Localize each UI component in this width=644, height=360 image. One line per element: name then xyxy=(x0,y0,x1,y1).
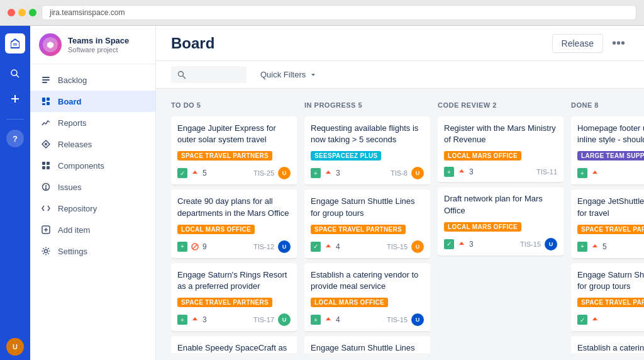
card-avatar: U xyxy=(411,240,424,253)
app: ? U Teams in Space Software project xyxy=(0,26,644,360)
column-todo: TO DO 5Engage Jupiter Express for outer … xyxy=(171,99,297,353)
meta-count: 4 xyxy=(336,315,340,324)
table-row[interactable]: Homepage footer uses an inline style - s… xyxy=(571,116,644,184)
table-row[interactable]: Engage Saturn Shuttle Lines for group to… xyxy=(571,263,644,331)
card-footer: +3TIS-17U xyxy=(177,313,291,326)
table-row[interactable]: Engage JetShuttle SpaceWays for travelSP… xyxy=(571,189,644,257)
card-tag: LOCAL MARS OFFICE xyxy=(444,222,521,232)
column-header-inprogress: IN PROGRESS 5 xyxy=(304,99,430,111)
browser-dots xyxy=(8,9,36,16)
release-button[interactable]: Release xyxy=(552,34,603,53)
card-title: Engage Saturn Shuttle Lines for group to… xyxy=(311,342,424,353)
table-row[interactable]: Engage Saturn Shuttle Lines for group to… xyxy=(304,189,430,257)
meta-count: 3 xyxy=(469,240,474,249)
project-icon xyxy=(39,33,62,56)
column-header-codereview: CODE REVIEW 2 xyxy=(438,99,564,111)
more-options-button[interactable]: ••• xyxy=(608,33,629,53)
card-tag: LOCAL MARS OFFICE xyxy=(444,151,521,160)
priority-up-icon xyxy=(457,239,467,249)
card-footer: +3TIS-11 xyxy=(444,167,557,177)
search-nav-icon[interactable] xyxy=(5,64,25,84)
svg-line-27 xyxy=(192,244,197,249)
table-row[interactable]: Requesting available flights is now taki… xyxy=(304,116,430,184)
browser-chrome: jira.teamsinspace.com xyxy=(0,0,644,26)
card-footer: +3TIS-8U xyxy=(311,167,424,179)
table-row[interactable]: Engage Saturn's Rings Resort as a prefer… xyxy=(171,263,297,331)
svg-rect-7 xyxy=(42,82,47,83)
chevron-down-icon xyxy=(310,72,316,78)
stop-icon xyxy=(190,242,200,252)
card-tag: SPACE TRAVEL PARTNERS xyxy=(311,225,406,234)
issues-label: Issues xyxy=(58,183,82,192)
card-avatar: U xyxy=(278,240,291,253)
table-row[interactable]: Establish a catering vendor to provide m… xyxy=(304,263,430,331)
table-row[interactable]: Draft network plan for Mars OfficeLOCAL … xyxy=(438,187,564,255)
card-avatar: U xyxy=(278,313,291,326)
card-meta: ✓4 xyxy=(311,242,340,252)
svg-rect-15 xyxy=(42,166,45,169)
sidebar-item-reports[interactable]: Reports xyxy=(30,112,155,133)
issues-icon xyxy=(40,181,52,193)
page-title: Board xyxy=(171,35,214,52)
add-item-label: Add item xyxy=(58,225,90,235)
table-row[interactable]: Register with the Mars Ministry of Reven… xyxy=(438,116,564,182)
table-row[interactable]: Enable Speedy SpaceCraft as the preferre… xyxy=(171,336,297,353)
close-dot[interactable] xyxy=(8,9,15,16)
check-icon: ✓ xyxy=(577,315,587,325)
address-bar[interactable]: jira.teamsinspace.com xyxy=(42,5,636,20)
app-logo[interactable] xyxy=(5,33,25,53)
sidebar-item-components[interactable]: Components xyxy=(30,155,155,176)
sidebar-item-issues[interactable]: Issues xyxy=(30,176,155,198)
releases-icon xyxy=(40,138,52,150)
card-id: TIS-25 xyxy=(253,169,274,177)
table-row[interactable]: Engage Saturn Shuttle Lines for group to… xyxy=(304,336,430,353)
column-inprogress: IN PROGRESS 5Requesting available flight… xyxy=(304,99,430,353)
components-icon xyxy=(40,160,52,171)
card-meta: ✓3 xyxy=(444,239,474,249)
card-tag: SPACE TRAVEL PARTNERS xyxy=(577,298,644,307)
svg-point-12 xyxy=(45,143,47,145)
column-codereview: CODE REVIEW 2Register with the Mars Mini… xyxy=(438,99,564,353)
project-logo-icon xyxy=(46,40,55,49)
svg-rect-9 xyxy=(47,98,50,101)
meta-count: 3 xyxy=(336,169,340,177)
card-right: TIS-12U xyxy=(253,240,291,253)
user-avatar-global[interactable]: U xyxy=(6,338,24,356)
card-footer: ✓3TIS-15U xyxy=(444,238,557,250)
search-input[interactable] xyxy=(190,70,240,79)
sidebar-item-settings[interactable]: Settings xyxy=(30,240,155,262)
svg-rect-10 xyxy=(42,103,45,105)
card-title: Draft network plan for Mars Office xyxy=(444,193,557,216)
card-tag: SPACE TRAVEL PARTNERS xyxy=(577,225,644,234)
card-right: TIS-15U xyxy=(387,240,424,253)
table-row[interactable]: Establish a catering vendor to provide m… xyxy=(571,336,644,353)
create-nav-icon[interactable] xyxy=(5,89,25,109)
help-button[interactable]: ? xyxy=(6,130,24,147)
maximize-dot[interactable] xyxy=(29,9,36,16)
card-meta: +3 xyxy=(444,167,474,177)
sidebar-item-repository[interactable]: Repository xyxy=(30,198,155,219)
sidebar-item-releases[interactable]: Releases xyxy=(30,133,155,155)
svg-marker-4 xyxy=(47,42,53,48)
table-row[interactable]: Create 90 day plans for all departments … xyxy=(171,189,297,257)
meta-count: 3 xyxy=(469,167,474,176)
table-row[interactable]: Engage Jupiter Express for outer solar s… xyxy=(171,116,297,184)
card-right: TIS-8U xyxy=(391,167,424,179)
quick-filters-button[interactable]: Quick Filters xyxy=(254,66,323,83)
project-header: Teams in Space Software project xyxy=(30,26,155,64)
sidebar-item-backlog[interactable]: Backlog xyxy=(30,69,155,91)
sidebar-item-add-item[interactable]: Add item xyxy=(30,219,155,240)
card-meta: +4 xyxy=(311,315,340,325)
sidebar-nav: Backlog Board xyxy=(30,64,155,267)
card-tag: SEESPACEEZ PLUS xyxy=(311,151,381,160)
reports-label: Reports xyxy=(58,118,87,128)
minimize-dot[interactable] xyxy=(18,9,26,16)
add-item-icon xyxy=(40,224,52,235)
card-title: Engage Saturn Shuttle Lines for group to… xyxy=(577,269,644,292)
search-box xyxy=(171,66,247,83)
card-footer: +5TIS-23U xyxy=(577,240,644,253)
priority-up-icon xyxy=(190,315,200,325)
svg-point-24 xyxy=(179,71,184,76)
sidebar-item-board[interactable]: Board xyxy=(30,91,155,112)
plus-icon: + xyxy=(311,168,321,178)
